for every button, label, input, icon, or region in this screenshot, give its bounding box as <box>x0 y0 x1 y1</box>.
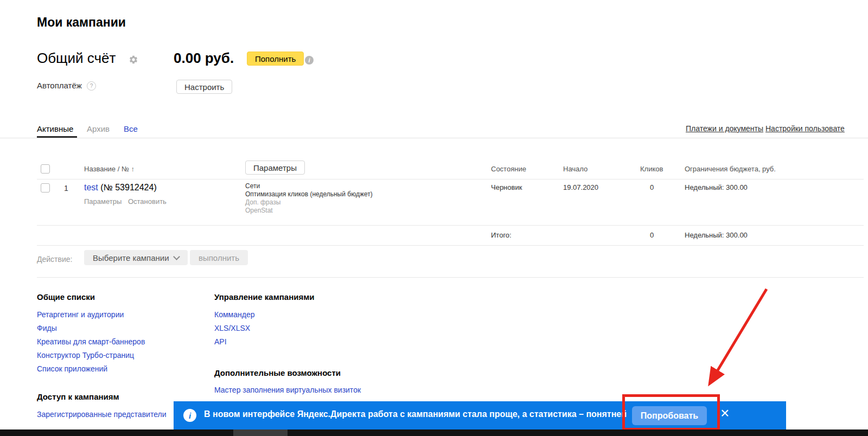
total-clicks: 0 <box>650 231 654 239</box>
column-header-budget: Ограничения бюджета, руб. <box>685 165 776 173</box>
execute-button[interactable]: выполнить <box>190 250 248 265</box>
select-campaigns-dropdown[interactable]: Выберите кампании <box>84 250 188 265</box>
section-title-campaign-access: Доступ к кампаниям <box>37 392 119 401</box>
feeds-link[interactable]: Фиды <box>37 324 145 332</box>
user-settings-link[interactable]: Настройки пользовате <box>765 124 845 133</box>
info-icon[interactable]: i <box>305 56 314 65</box>
params-line: Сети <box>245 182 373 190</box>
campaign-stop-link[interactable]: Остановить <box>128 197 167 206</box>
action-bar-divider <box>37 277 864 278</box>
banner-info-icon: i <box>183 409 196 422</box>
smart-banner-creatives-link[interactable]: Креативы для смарт-баннеров <box>37 337 145 346</box>
row-index: 1 <box>64 184 68 193</box>
params-line: Доп. фразы <box>245 198 373 207</box>
retargeting-link[interactable]: Ретаргетинг и аудитории <box>37 310 145 319</box>
section-title-campaign-mgmt: Управление кампаниями <box>214 292 315 302</box>
totals-divider <box>37 245 864 246</box>
autopay-label: Автоплатёж <box>37 81 82 90</box>
total-label: Итого: <box>491 231 512 239</box>
row-checkbox[interactable] <box>41 183 50 193</box>
tab-active-campaigns[interactable]: Активные <box>37 124 73 133</box>
params-line: Оптимизация кликов (недельный бюджет) <box>245 190 373 198</box>
campaign-clicks: 0 <box>650 183 654 191</box>
registered-representatives-link[interactable]: Зарегистрированные представители <box>37 410 166 419</box>
column-header-state: Состояние <box>491 165 526 173</box>
select-campaigns-label: Выберите кампании <box>93 253 169 262</box>
banner-text: В новом интерфейсе Яндекс.Директа работа… <box>204 409 627 419</box>
campaign-access-links: Зарегистрированные представители <box>37 410 166 424</box>
tabs-divider <box>0 138 868 138</box>
api-link[interactable]: API <box>214 337 254 346</box>
tab-all[interactable]: Все <box>124 124 138 133</box>
gear-icon[interactable] <box>129 55 138 65</box>
shared-account-label: Общий счёт <box>37 50 116 67</box>
bottom-bar-segment <box>233 429 288 436</box>
topup-button[interactable]: Пополнить <box>247 52 304 66</box>
section-title-common-lists: Общие списки <box>37 292 95 302</box>
column-header-start: Начало <box>563 165 588 173</box>
tab-archive[interactable]: Архив <box>87 124 110 133</box>
extra-features-links: Мастер заполнения виртуальных визиток <box>214 386 361 399</box>
campaign-start-date: 19.07.2020 <box>563 183 598 191</box>
action-label: Действие: <box>37 255 72 264</box>
turbo-pages-constructor-link[interactable]: Конструктор Турбо-страниц <box>37 351 145 360</box>
account-balance: 0.00 руб. <box>174 50 234 67</box>
section-title-extra-features: Дополнительные возможности <box>214 368 341 377</box>
column-header-name[interactable]: Название / № ↑ <box>84 165 135 173</box>
chevron-down-icon <box>173 253 180 260</box>
params-line: OpenStat <box>245 207 373 215</box>
campaign-name: test (№ 53912424) <box>84 183 157 193</box>
app-list-link[interactable]: Список приложений <box>37 364 145 373</box>
total-budget: Недельный: 300.00 <box>685 231 748 239</box>
common-lists-links: Ретаргетинг и аудитории Фиды Креативы дл… <box>37 310 145 378</box>
annotation-red-rectangle <box>622 394 720 431</box>
vcard-wizard-link[interactable]: Мастер заполнения виртуальных визиток <box>214 386 361 394</box>
help-icon[interactable]: ? <box>87 81 96 91</box>
autopay-configure-button[interactable]: Настроить <box>176 80 232 94</box>
column-params-button[interactable]: Параметры <box>245 161 305 175</box>
campaign-actions: Параметры Остановить <box>84 197 171 206</box>
bottom-edge-bar <box>0 429 868 436</box>
annotation-red-arrow <box>694 279 776 396</box>
select-all-checkbox[interactable] <box>41 164 50 174</box>
payments-documents-link[interactable]: Платежи и документы <box>686 124 763 133</box>
campaign-state: Черновик <box>491 183 522 191</box>
commander-link[interactable]: Коммандер <box>214 310 254 319</box>
row-divider <box>37 225 864 226</box>
xls-link[interactable]: XLS/XLSX <box>214 324 254 332</box>
campaign-number: (№ 53912424) <box>100 183 156 192</box>
table-header-divider <box>37 179 864 179</box>
close-icon[interactable]: × <box>720 405 729 422</box>
page-title: Мои кампании <box>37 15 126 30</box>
campaign-params-cell: Сети Оптимизация кликов (недельный бюдже… <box>245 182 373 215</box>
campaign-params-link[interactable]: Параметры <box>84 197 122 206</box>
column-header-clicks: Кликов <box>640 165 663 173</box>
campaign-budget: Недельный: 300.00 <box>685 183 748 191</box>
campaign-link[interactable]: test <box>84 183 98 192</box>
campaign-mgmt-links: Коммандер XLS/XLSX API <box>214 310 254 351</box>
yandex-direct-my-campaigns-page: Мои кампании Общий счёт 0.00 руб. Пополн… <box>0 0 868 436</box>
